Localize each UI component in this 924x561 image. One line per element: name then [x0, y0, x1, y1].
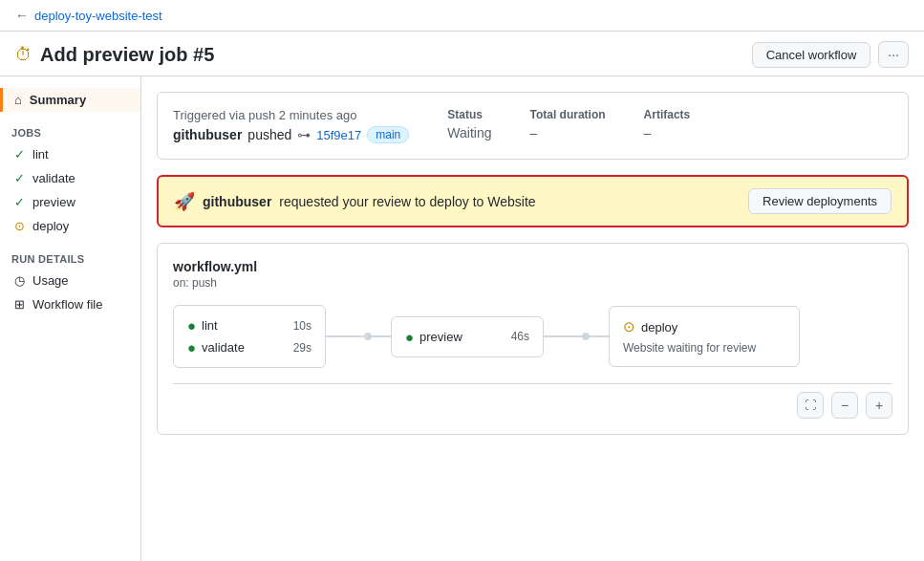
connector-2 [544, 333, 609, 340]
back-arrow-icon: ← [15, 8, 29, 23]
commit-link[interactable]: 15f9e17 [316, 128, 361, 142]
connector-line-1 [326, 335, 364, 337]
lint-validate-box: ● lint 10s ● validate 29s [173, 305, 326, 368]
topbar: ← deploy-toy-website-test [0, 0, 924, 32]
workflow-filename: workflow.yml [173, 259, 892, 274]
sidebar: ⌂ Summary Jobs ✓ lint ✓ validate ✓ previ… [0, 76, 141, 561]
deploy-name: deploy [641, 320, 677, 334]
summary-card: Triggered via push 2 minutes ago githubu… [157, 92, 909, 160]
duration-label: Total duration [529, 108, 605, 121]
status-col: Status Waiting [447, 108, 491, 140]
zoom-in-button[interactable]: + [866, 392, 892, 419]
deploy-name-row: ⊙ deploy [623, 318, 677, 335]
trigger-label: Triggered via push 2 minutes ago [173, 108, 409, 122]
duration-col: Total duration – [529, 108, 605, 140]
sidebar-item-preview[interactable]: ✓ preview [0, 190, 140, 214]
sidebar-validate-label: validate [32, 171, 75, 185]
main-layout: ⌂ Summary Jobs ✓ lint ✓ validate ✓ previ… [0, 76, 924, 561]
review-actor: githubuser [203, 194, 271, 209]
breadcrumb[interactable]: ← deploy-toy-website-test [15, 8, 162, 23]
usage-icon: ◷ [14, 273, 25, 288]
title-bar: ⏱ Add preview job #5 Cancel workflow ··· [0, 32, 924, 76]
cancel-workflow-button[interactable]: Cancel workflow [752, 42, 871, 68]
connector-dot-2 [582, 333, 590, 340]
review-deployments-button[interactable]: Review deployments [748, 188, 892, 214]
breadcrumb-text: deploy-toy-website-test [34, 9, 162, 23]
sidebar-jobs-section: Jobs ✓ lint ✓ validate ✓ preview ⊙ deplo… [0, 119, 140, 238]
lint-name-row: ● lint [187, 317, 218, 334]
jobs-group-label: Jobs [0, 119, 140, 142]
status-value: Waiting [447, 125, 491, 140]
review-banner: 🚀 githubuser requested your review to de… [157, 175, 909, 227]
workflow-trigger: on: push [173, 276, 892, 290]
lint-name: lint [202, 318, 218, 333]
artifacts-col: Artifacts – [644, 108, 691, 140]
sidebar-item-summary[interactable]: ⌂ Summary [0, 88, 140, 112]
run-details-group-label: Run details [0, 246, 140, 269]
validate-name: validate [202, 340, 245, 355]
connector-1 [326, 333, 391, 340]
sidebar-item-lint[interactable]: ✓ lint [0, 142, 140, 166]
connector-line-2 [544, 335, 582, 337]
review-banner-left: 🚀 githubuser requested your review to de… [174, 191, 536, 212]
pending-icon-deploy-diag: ⊙ [623, 318, 635, 335]
sidebar-run-details-section: Run details ◷ Usage ⊞ Workflow file [0, 246, 140, 316]
lint-row: ● lint 10s [187, 317, 312, 334]
success-icon-lint-diag: ● [187, 317, 196, 334]
deploy-row: ⊙ deploy [623, 318, 785, 335]
actor-name: githubuser [173, 127, 242, 142]
success-icon-validate: ✓ [14, 171, 25, 185]
success-icon-lint: ✓ [14, 147, 25, 162]
zoom-out-button[interactable]: − [831, 392, 858, 419]
sidebar-summary-section: ⌂ Summary [0, 88, 140, 112]
sidebar-item-workflow-file[interactable]: ⊞ Workflow file [0, 292, 140, 316]
artifacts-label: Artifacts [644, 108, 691, 121]
more-options-button[interactable]: ··· [878, 41, 909, 68]
preview-row: ● preview 46s [405, 329, 529, 345]
connector-line-1b [372, 335, 391, 337]
title-left: ⏱ Add preview job #5 [15, 44, 214, 66]
sidebar-lint-label: lint [32, 147, 49, 162]
validate-time: 29s [293, 341, 312, 355]
sidebar-preview-label: preview [32, 195, 75, 209]
diagram-controls: ⛶ − + [173, 383, 892, 419]
deploy-box: ⊙ deploy Website waiting for review [609, 306, 800, 367]
status-label: Status [447, 108, 491, 121]
trigger-col: Triggered via push 2 minutes ago githubu… [173, 108, 409, 143]
page-title: Add preview job #5 [40, 44, 214, 66]
preview-name-row: ● preview [405, 329, 462, 345]
workflow-card: workflow.yml on: push ● lint 10s [157, 243, 909, 435]
workflow-diagram: ● lint 10s ● validate 29s [173, 305, 892, 368]
lint-time: 10s [293, 319, 312, 333]
artifacts-value: – [644, 125, 691, 140]
sidebar-usage-label: Usage [32, 273, 69, 288]
rocket-icon: 🚀 [174, 191, 195, 212]
clock-icon: ⏱ [15, 45, 32, 65]
home-icon: ⌂ [14, 93, 22, 107]
sidebar-item-usage[interactable]: ◷ Usage [0, 269, 140, 292]
fit-to-screen-button[interactable]: ⛶ [797, 392, 824, 419]
content-area: Triggered via push 2 minutes ago githubu… [141, 76, 924, 561]
page: ← deploy-toy-website-test ⏱ Add preview … [0, 0, 924, 561]
sidebar-workflow-file-label: Workflow file [32, 297, 102, 312]
success-icon-validate-diag: ● [187, 339, 196, 356]
preview-time: 46s [511, 330, 529, 343]
validate-name-row: ● validate [187, 339, 245, 356]
trigger-row: githubuser pushed ⊶ 15f9e17 main [173, 126, 409, 143]
review-message: requested your review to deploy to Websi… [279, 194, 535, 209]
branch-badge: main [367, 126, 409, 143]
preview-name: preview [419, 330, 462, 344]
sidebar-item-deploy[interactable]: ⊙ deploy [0, 214, 140, 238]
summary-meta: Triggered via push 2 minutes ago githubu… [173, 108, 892, 143]
validate-row: ● validate 29s [187, 339, 312, 356]
sidebar-summary-label: Summary [30, 93, 86, 107]
sidebar-item-validate[interactable]: ✓ validate [0, 166, 140, 190]
pending-icon-deploy: ⊙ [14, 219, 25, 233]
file-icon: ⊞ [14, 297, 25, 312]
deploy-waiting-text: Website waiting for review [623, 341, 785, 355]
success-icon-preview-diag: ● [405, 329, 414, 345]
duration-value: – [529, 125, 605, 140]
preview-box: ● preview 46s [391, 316, 544, 357]
connector-dot-1 [364, 333, 372, 340]
push-icon: ⊶ [297, 127, 311, 142]
